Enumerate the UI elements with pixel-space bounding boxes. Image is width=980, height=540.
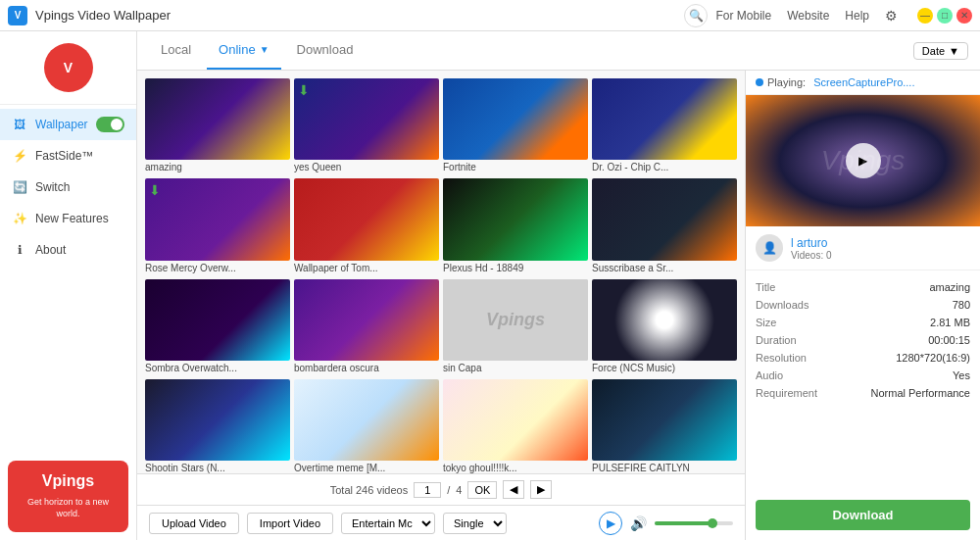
meta-key-size: Size	[756, 317, 776, 328]
meta-row-resolution: Resolution 1280*720(16:9)	[756, 349, 970, 367]
video-item-12[interactable]: Shootin Stars (N...	[145, 379, 290, 473]
video-label-1: yes Queen	[294, 160, 439, 174]
maximize-button[interactable]: □	[937, 8, 953, 24]
tab-local[interactable]: Local	[149, 31, 203, 70]
preview-play-button[interactable]: ▶	[846, 143, 881, 178]
meta-key-duration: Duration	[756, 334, 797, 346]
video-label-14: tokyo ghoul!!!!k...	[443, 461, 588, 473]
meta-val-size: 2.81 MB	[930, 317, 970, 328]
meta-val-requirement: Normal Performance	[871, 387, 970, 399]
video-item-8[interactable]: Sombra Overwatch...	[145, 279, 290, 375]
promo-title: Vpings	[16, 472, 121, 490]
search-icon: 🔍	[689, 9, 704, 23]
video-grid-container: amazing⬇yes QueenFortniteDr. Ozi - Chip …	[137, 71, 745, 473]
video-item-3[interactable]: Dr. Ozi - Chip C...	[592, 78, 737, 174]
tab-bar: Local Online ▼ Download Date ▼	[137, 31, 980, 71]
seek-bar-fill	[655, 521, 713, 525]
author-section: 👤 l arturo Videos: 0	[746, 226, 980, 270]
total-videos-text: Total 246 videos	[330, 484, 409, 496]
sidebar-item-new-features[interactable]: ✨ New Features	[0, 203, 136, 234]
meta-key-resolution: Resolution	[756, 352, 807, 364]
video-label-3: Dr. Ozi - Chip C...	[592, 160, 737, 174]
website-link[interactable]: Website	[787, 9, 829, 23]
tab-online[interactable]: Online ▼	[207, 31, 280, 70]
video-label-15: PULSEFIRE CAITLYN	[592, 461, 737, 473]
download-badge-icon: ⬇	[298, 82, 310, 98]
video-item-10[interactable]: Vpingssin Capa	[443, 279, 588, 375]
video-item-9[interactable]: bombardera oscura	[294, 279, 439, 375]
author-avatar: 👤	[756, 234, 783, 262]
volume-icon[interactable]: 🔊	[630, 515, 647, 531]
meta-key-downloads: Downloads	[756, 299, 808, 311]
download-button[interactable]: Download	[756, 500, 970, 530]
video-label-6: Plexus Hd - 18849	[443, 261, 588, 275]
video-item-13[interactable]: Overtime meme [M...	[294, 379, 439, 473]
top-nav: For Mobile Website Help ⚙	[715, 8, 898, 24]
app-icon: V	[8, 6, 27, 25]
meta-key-requirement: Requirement	[756, 387, 817, 399]
seek-bar[interactable]	[655, 521, 733, 525]
sidebar-item-switch[interactable]: 🔄 Switch	[0, 172, 136, 203]
video-item-11[interactable]: Force (NCS Music)	[592, 279, 737, 375]
meta-val-duration: 00:00:15	[928, 334, 970, 346]
video-item-5[interactable]: Wallpaper of Tom...	[294, 178, 439, 274]
pagination-bar: Total 246 videos / 4 OK ◀ ▶	[137, 473, 745, 505]
page-input[interactable]	[414, 482, 441, 498]
wallpaper-toggle[interactable]	[96, 117, 124, 132]
video-label-0: amazing	[145, 160, 290, 174]
meta-row-requirement: Requirement Normal Performance	[756, 384, 970, 402]
video-item-1[interactable]: ⬇yes Queen	[294, 78, 439, 174]
meta-key-title: Title	[756, 281, 775, 293]
meta-val-title: amazing	[929, 281, 970, 293]
video-item-14[interactable]: tokyo ghoul!!!!k...	[443, 379, 588, 473]
meta-row-title: Title amazing	[756, 278, 970, 296]
meta-val-audio: Yes	[953, 369, 970, 381]
total-pages: 4	[456, 484, 462, 496]
video-item-4[interactable]: ⬇Rose Mercy Overw...	[145, 178, 290, 274]
video-item-6[interactable]: Plexus Hd - 18849	[443, 178, 588, 274]
tab-download[interactable]: Download	[285, 31, 366, 70]
meta-row-size: Size 2.81 MB	[756, 314, 970, 331]
page-ok-button[interactable]: OK	[467, 481, 497, 499]
video-label-4: Rose Mercy Overw...	[145, 261, 290, 275]
play-button[interactable]: ▶	[599, 512, 622, 535]
search-button[interactable]: 🔍	[684, 4, 708, 27]
author-name[interactable]: l arturo	[791, 236, 832, 250]
sidebar-item-about[interactable]: ℹ About	[0, 234, 136, 266]
help-link[interactable]: Help	[845, 9, 869, 23]
download-badge-icon: ⬇	[149, 182, 161, 198]
online-dropdown-arrow[interactable]: ▼	[260, 44, 270, 55]
video-item-7[interactable]: Susscribase a Sr...	[592, 178, 737, 274]
sidebar: V 🖼 Wallpaper ⚡ FastSide™ 🔄 Switch ✨ New…	[0, 31, 137, 540]
sidebar-item-wallpaper[interactable]: 🖼 Wallpaper	[0, 109, 136, 140]
sidebar-item-fastside[interactable]: ⚡ FastSide™	[0, 140, 136, 172]
meta-val-resolution: 1280*720(16:9)	[896, 352, 970, 364]
video-label-9: bombardera oscura	[294, 361, 439, 375]
meta-row-audio: Audio Yes	[756, 367, 970, 384]
for-mobile-link[interactable]: For Mobile	[715, 9, 771, 23]
meta-table: Title amazing Downloads 780 Size 2.81 MB…	[746, 270, 980, 490]
meta-row-downloads: Downloads 780	[756, 296, 970, 314]
video-item-2[interactable]: Fortnite	[443, 78, 588, 174]
video-grid: amazing⬇yes QueenFortniteDr. Ozi - Chip …	[145, 78, 737, 473]
sort-dropdown[interactable]: Date ▼	[913, 42, 968, 60]
bottom-toolbar: Upload Video Import Video Entertain Mc S…	[137, 505, 745, 540]
minimize-button[interactable]: —	[917, 8, 933, 24]
video-item-0[interactable]: amazing	[145, 78, 290, 174]
prev-page-button[interactable]: ◀	[503, 480, 524, 499]
entertain-select[interactable]: Entertain Mc	[341, 513, 435, 534]
author-info: l arturo Videos: 0	[791, 236, 832, 261]
sidebar-logo: V	[44, 43, 93, 92]
close-button[interactable]: ✕	[956, 8, 972, 24]
right-panel-header: Playing: ScreenCapturePro....	[746, 71, 980, 95]
playing-label: Playing:	[767, 76, 806, 88]
next-page-button[interactable]: ▶	[530, 480, 552, 499]
video-item-15[interactable]: PULSEFIRE CAITLYN	[592, 379, 737, 473]
upload-video-button[interactable]: Upload Video	[149, 513, 239, 534]
video-preview: Vpings ▶	[746, 95, 980, 226]
about-icon: ℹ	[12, 242, 27, 258]
settings-icon[interactable]: ⚙	[885, 8, 898, 24]
single-select[interactable]: Single	[443, 513, 507, 534]
import-video-button[interactable]: Import Video	[247, 513, 333, 534]
seek-thumb	[708, 518, 717, 528]
